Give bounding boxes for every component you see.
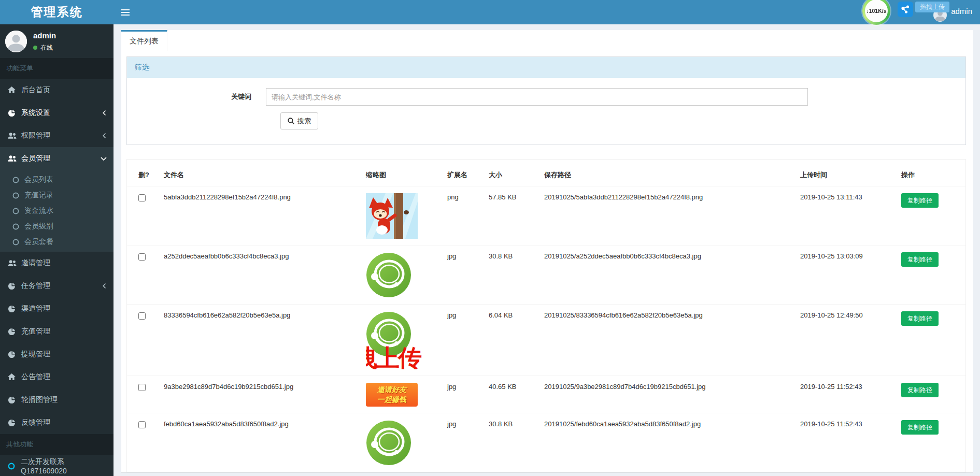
file-ext: jpg: [447, 376, 489, 413]
dashboard-icon: [8, 419, 21, 427]
sidebar-menu-item-0[interactable]: 后台首页: [0, 79, 113, 102]
file-size: 30.8 KB: [489, 246, 544, 305]
sidebar-submenu-item[interactable]: 会员套餐: [0, 234, 113, 250]
row-delete-checkbox[interactable]: [138, 253, 146, 261]
home-icon: [8, 373, 21, 381]
sidebar-submenu: 会员列表 充值记录 资金流水 会员级别 会员套餐: [0, 170, 113, 252]
sidebar-menu-item-7[interactable]: 充值管理: [0, 320, 113, 343]
dashboard-icon: [8, 396, 21, 404]
sidebar-submenu-item[interactable]: 资金流水: [0, 203, 113, 219]
netdisk-icon[interactable]: [898, 2, 913, 17]
tab-content: 筛选 关键词 搜索: [121, 51, 973, 472]
sidebar: 管理系统 admin 在线 功能菜单 后台首页 系统设置 权限管理 会员管理: [0, 0, 113, 476]
file-ext: jpg: [447, 305, 489, 376]
file-table-container: 删?文件名缩略图扩展名大小保存路径上传时间操作 5abfa3ddb2112282…: [126, 159, 966, 472]
table-row: febd60ca1aea5932aba5d83f650f8ad2.jpg jpg…: [127, 413, 965, 472]
copy-path-button[interactable]: 复制路径: [901, 193, 939, 208]
keyword-input[interactable]: [266, 88, 808, 106]
copy-path-button[interactable]: 复制路径: [901, 311, 939, 326]
search-button[interactable]: 搜索: [280, 112, 318, 129]
table-row: a252ddec5aeafbb0b6c333cf4bc8eca3.jpg jpg…: [127, 246, 965, 305]
row-delete-checkbox[interactable]: [138, 384, 146, 391]
upload-time: 2019-10-25 12:49:50: [800, 305, 901, 376]
column-header: 删?: [127, 160, 164, 186]
file-ext: png: [447, 186, 489, 246]
user-status-label: 在线: [40, 44, 53, 52]
upload-time: 2019-10-25 13:03:09: [800, 246, 901, 305]
share-nodes-icon: [900, 4, 911, 15]
tab-file-list[interactable]: 文件列表: [121, 30, 167, 51]
copy-path-button[interactable]: 复制路径: [901, 252, 939, 267]
tab-strip: 文件列表: [121, 30, 973, 51]
sidebar-menu-item-4[interactable]: 邀请管理: [0, 252, 113, 275]
file-path: 20191025/9a3be2981c89d7b4d6c19b9215cbd65…: [544, 376, 800, 413]
user-panel: admin 在线: [0, 24, 113, 58]
thumbnail-green-headset-watermark: 拽上传: [366, 311, 442, 369]
upload-time: 2019-10-25 13:11:43: [800, 186, 901, 246]
chevron-down-icon: [101, 156, 107, 161]
sidebar-menu-item-3[interactable]: 会员管理: [0, 147, 113, 170]
sidebar-menu-item-2[interactable]: 权限管理: [0, 124, 113, 147]
sidebar-menu: 后台首页 系统设置 权限管理 会员管理 会员列表 充值记录 资金流水 会员级别: [0, 79, 113, 434]
sidebar-toggle-button[interactable]: [120, 0, 144, 24]
filter-panel-heading: 筛选: [127, 57, 965, 78]
dashboard-icon: [8, 351, 21, 358]
dev-contact-label: 二次开发联系Q1871609020: [21, 457, 106, 475]
sidebar-menu-item-11[interactable]: 反馈管理: [0, 411, 113, 434]
dashboard-icon: [8, 109, 21, 117]
file-path: 20191025/5abfa3ddb211228298ef15b2a47224f…: [544, 186, 800, 246]
user-status: 在线: [33, 44, 56, 52]
dashboard-icon: [8, 305, 21, 313]
column-header: 缩略图: [366, 160, 447, 186]
dashboard-icon: [8, 282, 21, 290]
invite-banner-image: 邀请好友一起赚钱: [366, 383, 418, 407]
sidebar-menu-item-1[interactable]: 系统设置: [0, 102, 113, 124]
table-row: 5abfa3ddb211228298ef15b2a47224f8.png png…: [127, 186, 965, 246]
row-delete-checkbox[interactable]: [138, 194, 146, 201]
row-delete-checkbox[interactable]: [138, 421, 146, 428]
column-header: 上传时间: [800, 160, 901, 186]
menu-section-header: 功能菜单: [0, 58, 113, 79]
tabs-container: 文件列表 筛选 关键词 搜索: [121, 30, 973, 472]
copy-path-button[interactable]: 复制路径: [901, 420, 939, 435]
column-header: 大小: [489, 160, 544, 186]
chevron-left-icon: [102, 133, 107, 139]
sidebar-menu-item-8[interactable]: 提现管理: [0, 343, 113, 366]
file-ext: jpg: [447, 246, 489, 305]
sidebar-menu-item-6[interactable]: 渠道管理: [0, 297, 113, 320]
circle-o-icon: [12, 239, 24, 246]
circle-o-icon: [8, 463, 15, 470]
home-icon: [8, 86, 21, 94]
person-icon: [5, 31, 27, 52]
drag-upload-button[interactable]: 拖拽上传: [915, 2, 949, 12]
search-button-label: 搜索: [297, 117, 311, 126]
chevron-left-icon: [102, 110, 107, 116]
sidebar-submenu-item[interactable]: 会员级别: [0, 219, 113, 234]
sidebar-submenu-item[interactable]: 充值记录: [0, 187, 113, 203]
copy-path-button[interactable]: 复制路径: [901, 383, 939, 397]
keyword-label: 关键词: [127, 92, 266, 102]
sidebar-menu-item-9[interactable]: 公告管理: [0, 366, 113, 388]
users-icon: [8, 155, 21, 162]
filter-panel: 筛选 关键词 搜索: [126, 56, 966, 145]
file-name: 9a3be2981c89d7b4d6c19b9215cbd651.jpg: [164, 376, 366, 413]
file-name: 83336594cfb616e62a582f20b5e63e5a.jpg: [164, 305, 366, 376]
file-size: 6.04 KB: [489, 305, 544, 376]
upload-time: 2019-10-25 11:52:43: [800, 376, 901, 413]
navbar-username[interactable]: admin: [951, 7, 972, 16]
other-section-header: 其他功能: [0, 434, 113, 455]
file-size: 40.65 KB: [489, 376, 544, 413]
app-logo[interactable]: 管理系统: [0, 0, 113, 24]
row-delete-checkbox[interactable]: [138, 312, 146, 320]
table-row: 9a3be2981c89d7b4d6c19b9215cbd651.jpg 邀请好…: [127, 376, 965, 413]
top-navbar: admin: [113, 0, 980, 24]
thumbnail-green-headset: [366, 252, 442, 298]
sidebar-menu-item-10[interactable]: 轮播图管理: [0, 388, 113, 411]
sidebar-item-dev-contact[interactable]: 二次开发联系Q1871609020: [0, 455, 113, 476]
table-header-row: 删?文件名缩略图扩展名大小保存路径上传时间操作: [127, 160, 965, 186]
sidebar-menu-item-5[interactable]: 任务管理: [0, 275, 113, 297]
circle-o-icon: [12, 223, 24, 230]
file-path: 20191025/a252ddec5aeafbb0b6c333cf4bc8eca…: [544, 246, 800, 305]
filter-panel-body: 关键词 搜索: [127, 78, 965, 145]
sidebar-submenu-item[interactable]: 会员列表: [0, 172, 113, 187]
